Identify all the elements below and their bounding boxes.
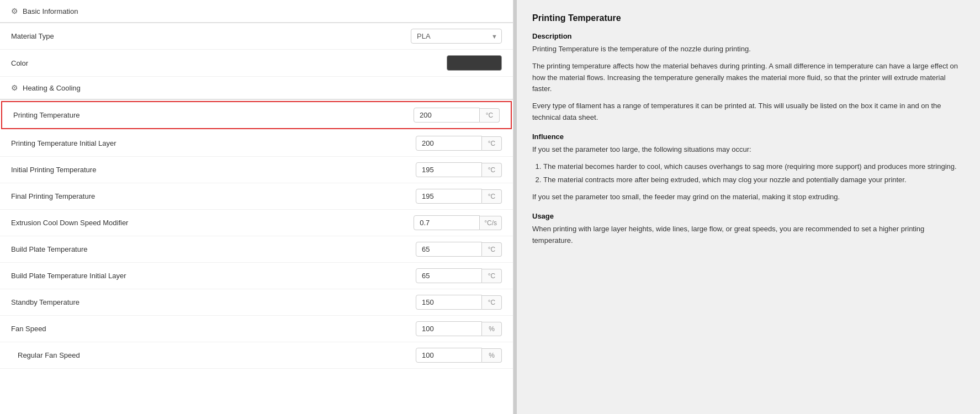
printing-temperature-initial-layer-row: Printing Temperature Initial Layer °C	[0, 130, 513, 157]
fan-speed-row: Fan Speed %	[0, 316, 513, 342]
material-type-select-wrapper: PLA ABS PETG TPU ▼	[411, 29, 502, 44]
color-swatch-wrapper	[447, 55, 502, 71]
usage-text: When printing with large layer heights, …	[532, 224, 965, 247]
description-p3: Every type of filament has a range of te…	[532, 100, 965, 124]
influence-small: If you set the parameter too small, the …	[532, 192, 965, 203]
initial-printing-temp-input-wrapper: °C	[416, 162, 502, 177]
standby-temperature-label: Standby Temperature	[11, 298, 416, 306]
standby-temp-input[interactable]	[416, 295, 482, 310]
influence-list: The material becomes harder to cool, whi…	[543, 161, 965, 187]
printing-temp-init-input-wrapper: °C	[416, 136, 502, 151]
gear-icon-basic: ⚙	[11, 7, 18, 15]
regular-fan-speed-input[interactable]	[416, 348, 482, 363]
description-title: Description	[532, 32, 965, 40]
material-type-select[interactable]: PLA ABS PETG TPU	[411, 29, 502, 44]
influence-title: Influence	[532, 132, 965, 141]
extrusion-cool-down-row: Extrusion Cool Down Speed Modifier °C/s	[0, 210, 513, 236]
extrusion-cool-down-label: Extrusion Cool Down Speed Modifier	[11, 219, 414, 227]
printing-temperature-row: Printing Temperature °C	[1, 101, 512, 129]
printing-temperature-input-wrapper: °C	[414, 108, 500, 123]
influence-item-2: The material contracts more after being …	[543, 174, 965, 186]
build-plate-temp-init-input-wrapper: °C	[416, 268, 502, 283]
extrusion-cool-down-unit: °C/s	[480, 216, 502, 230]
usage-title: Usage	[532, 212, 965, 220]
final-printing-temperature-label: Final Printing Temperature	[11, 192, 416, 200]
color-row: Color	[0, 50, 513, 77]
build-plate-temp-input[interactable]	[416, 242, 482, 257]
right-panel: Printing Temperature Description Printin…	[517, 0, 980, 414]
heating-cooling-header: ⚙ Heating & Cooling	[0, 77, 513, 99]
gear-icon-heating: ⚙	[11, 83, 18, 92]
regular-fan-speed-input-wrapper: %	[416, 348, 502, 363]
build-plate-temp-unit: °C	[482, 242, 502, 257]
build-plate-temperature-row: Build Plate Temperature °C	[0, 236, 513, 263]
final-printing-temp-input-wrapper: °C	[416, 189, 502, 204]
basic-information-label: Basic Information	[23, 7, 78, 15]
extrusion-cool-down-input[interactable]	[414, 215, 480, 230]
build-plate-temp-init-input[interactable]	[416, 268, 482, 283]
final-printing-temperature-row: Final Printing Temperature °C	[0, 183, 513, 210]
fan-speed-input[interactable]	[416, 321, 482, 336]
standby-temperature-row: Standby Temperature °C	[0, 289, 513, 316]
fan-speed-unit: %	[482, 322, 502, 336]
color-label: Color	[11, 59, 447, 67]
initial-printing-temp-unit: °C	[482, 163, 502, 177]
initial-printing-temp-input[interactable]	[416, 162, 482, 177]
extrusion-cool-down-input-wrapper: °C/s	[414, 215, 502, 230]
doc-title: Printing Temperature	[532, 13, 965, 23]
printing-temperature-unit: °C	[480, 108, 500, 123]
build-plate-temp-input-wrapper: °C	[416, 242, 502, 257]
regular-fan-speed-label: Regular Fan Speed	[18, 351, 416, 359]
initial-printing-temperature-row: Initial Printing Temperature °C	[0, 157, 513, 183]
printing-temperature-input[interactable]	[414, 108, 480, 123]
standby-temp-unit: °C	[482, 295, 502, 310]
fan-speed-input-wrapper: %	[416, 321, 502, 336]
standby-temp-input-wrapper: °C	[416, 295, 502, 310]
printing-temp-init-unit: °C	[482, 136, 502, 151]
color-swatch[interactable]	[447, 55, 502, 71]
final-printing-temp-input[interactable]	[416, 189, 482, 204]
printing-temperature-label: Printing Temperature	[13, 111, 414, 119]
heating-cooling-label: Heating & Cooling	[23, 84, 81, 92]
build-plate-temperature-label: Build Plate Temperature	[11, 245, 416, 253]
initial-printing-temperature-label: Initial Printing Temperature	[11, 166, 416, 174]
fan-speed-label: Fan Speed	[11, 325, 416, 333]
material-type-label: Material Type	[11, 32, 411, 40]
regular-fan-speed-row: Regular Fan Speed %	[0, 342, 513, 369]
build-plate-temperature-initial-layer-label: Build Plate Temperature Initial Layer	[11, 272, 416, 280]
divider-2	[0, 99, 513, 100]
printing-temperature-initial-layer-label: Printing Temperature Initial Layer	[11, 139, 416, 147]
build-plate-temp-init-unit: °C	[482, 269, 502, 283]
final-printing-temp-unit: °C	[482, 189, 502, 204]
regular-fan-speed-unit: %	[482, 348, 502, 363]
left-panel: ⚙ Basic Information Material Type PLA AB…	[0, 0, 513, 414]
influence-intro: If you set the parameter too large, the …	[532, 144, 965, 156]
description-p1: Printing Temperature is the temperature …	[532, 44, 965, 55]
influence-item-1: The material becomes harder to cool, whi…	[543, 161, 965, 173]
build-plate-temperature-initial-layer-row: Build Plate Temperature Initial Layer °C	[0, 263, 513, 289]
material-type-row: Material Type PLA ABS PETG TPU ▼	[0, 23, 513, 50]
basic-information-header: ⚙ Basic Information	[0, 0, 513, 23]
description-p2: The printing temperature affects how the…	[532, 61, 965, 95]
printing-temp-init-input[interactable]	[416, 136, 482, 151]
